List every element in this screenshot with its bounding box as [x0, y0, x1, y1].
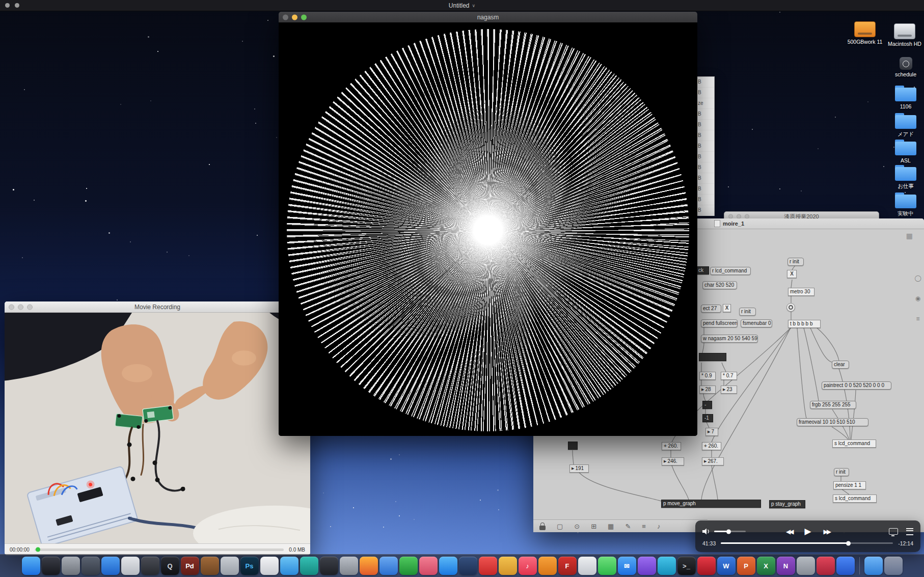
zoom-button[interactable]: [27, 304, 33, 310]
dock-launchpad[interactable]: [62, 557, 80, 575]
desktop-icon-jikkenchu[interactable]: 実験中: [886, 191, 924, 217]
max-object-box-19[interactable]: + 260.: [662, 442, 681, 450]
volume-slider[interactable]: [714, 531, 746, 532]
desktop-icon-macintosh-hd[interactable]: Macintosh HD: [885, 22, 924, 47]
rewind-button[interactable]: ◀◀: [786, 528, 792, 535]
max-toggle-24[interactable]: X: [787, 270, 797, 278]
dock-app-red[interactable]: [479, 557, 497, 575]
dock-app-cyan[interactable]: [658, 557, 676, 575]
max-message-box-29[interactable]: paintrect 0 0 520 520 0 0 0: [822, 381, 891, 390]
close-button[interactable]: [9, 304, 14, 310]
desktop-icon-asl[interactable]: ASL: [886, 139, 924, 164]
max-message-box-23[interactable]: r init: [787, 258, 804, 266]
zoom-icon[interactable]: ▢: [557, 523, 563, 530]
dock-app-light[interactable]: [121, 557, 140, 575]
max-object-box-21[interactable]: + 260.: [702, 442, 721, 450]
volume-knob[interactable]: [726, 529, 731, 534]
dock-acrobat[interactable]: [697, 557, 716, 575]
max-message-box-33[interactable]: r init: [834, 468, 849, 476]
max-message-box-1[interactable]: r lcd_command: [710, 267, 751, 275]
dock-itunes[interactable]: ♪: [519, 557, 537, 575]
dock-excel[interactable]: X: [757, 557, 775, 575]
dock-mail[interactable]: ✉: [618, 557, 636, 575]
max-message-box-6[interactable]: pend fullscreen: [701, 319, 738, 327]
dock-pure-data[interactable]: Pd: [181, 557, 199, 575]
airplay-display-icon[interactable]: [889, 528, 898, 535]
dock-app-dark2[interactable]: [320, 557, 338, 575]
dock-app-silver[interactable]: [221, 557, 239, 575]
dock-app-azure[interactable]: [836, 557, 855, 575]
close-button[interactable]: [283, 14, 288, 20]
zoom-button[interactable]: [301, 14, 307, 20]
max-message-box-8[interactable]: w nagasm 20 50 540 590: [701, 335, 758, 343]
max-object-box-34[interactable]: pensize 1 1: [833, 481, 866, 489]
playback-knob[interactable]: [846, 541, 851, 545]
max-message-box-5[interactable]: r init: [739, 308, 756, 316]
audio-icon[interactable]: ♪: [657, 523, 661, 530]
dock-chrome[interactable]: [379, 557, 398, 575]
desktop-icon-oshigoto[interactable]: お仕事: [886, 164, 924, 189]
dock-app-gold[interactable]: [499, 557, 517, 575]
dock-app-grey[interactable]: [797, 557, 815, 575]
max-object-box-10[interactable]: * 0.9: [699, 372, 716, 380]
patching-grid-icon[interactable]: ▦: [608, 523, 614, 530]
minimize-button[interactable]: [292, 14, 297, 20]
max-message-box-28[interactable]: clear: [832, 361, 849, 369]
max-message-box-3[interactable]: ect 27: [701, 305, 721, 313]
dock-trash[interactable]: [884, 557, 903, 575]
dock-firefox[interactable]: [360, 557, 378, 575]
console-icon[interactable]: ≡: [916, 315, 919, 322]
dock-word[interactable]: W: [717, 557, 736, 575]
nagasm-titlebar[interactable]: nagasm: [279, 12, 697, 23]
dock-downloads-folder[interactable]: [864, 557, 883, 575]
max-subpatcher-36[interactable]: p move_graph: [661, 500, 761, 508]
max-number-box-12[interactable]: 28: [699, 386, 716, 394]
dock-messages[interactable]: [598, 557, 616, 575]
playback-scrubber[interactable]: [721, 542, 893, 544]
recording-progress-track[interactable]: [35, 548, 284, 551]
dock-app-cube[interactable]: [201, 557, 219, 575]
max-object-box-dark-14[interactable]: -: [702, 401, 712, 409]
dock-powerpoint[interactable]: P: [737, 557, 755, 575]
dock-app-green[interactable]: [399, 557, 418, 575]
lock-icon[interactable]: [539, 523, 546, 530]
menubar-title-group[interactable]: Untitled ∨: [449, 2, 475, 9]
max-message-box-7[interactable]: fsmenubar 0: [741, 319, 772, 327]
dock-app-navy[interactable]: [459, 557, 477, 575]
dock-app-sky[interactable]: [280, 557, 298, 575]
max-object-box-25[interactable]: metro 30: [788, 288, 814, 296]
window-lights[interactable]: [9, 304, 33, 310]
dock-app-white[interactable]: [578, 557, 596, 575]
dock-app-teal[interactable]: [300, 557, 318, 575]
max-number-box-20[interactable]: 246.: [662, 457, 684, 465]
fast-forward-button[interactable]: ▶▶: [824, 528, 830, 535]
max-number-box-16[interactable]: 7: [705, 428, 718, 436]
dock-quicktime[interactable]: Q: [161, 557, 179, 575]
edit-icon[interactable]: ✎: [625, 523, 631, 530]
dock-finder[interactable]: [22, 557, 40, 575]
desktop-icon-500gbwork-11[interactable]: 500GBwork 11: [846, 20, 884, 45]
max-object-box-dark-17[interactable]: [568, 442, 578, 450]
dock-notes-dark[interactable]: [81, 557, 100, 575]
dock-photoshop[interactable]: Ps: [240, 557, 259, 575]
max-subpatcher-37[interactable]: p stay_graph: [769, 500, 805, 508]
dock-app-orange[interactable]: [538, 557, 557, 575]
format-icon[interactable]: ≡: [642, 523, 646, 530]
inspector-icon[interactable]: ◯: [914, 274, 921, 282]
max-object-box-dark-9[interactable]: [699, 353, 726, 361]
dock-flash[interactable]: F: [558, 557, 577, 575]
minimize-button[interactable]: [18, 304, 23, 310]
max-object-box-dark-0[interactable]: ck: [696, 266, 709, 274]
dock-app-charcoal[interactable]: [141, 557, 159, 575]
max-toggle-4[interactable]: X: [723, 304, 731, 312]
play-button[interactable]: ▶: [804, 526, 811, 537]
dock-app-crimson[interactable]: [817, 557, 835, 575]
max-message-box-30[interactable]: frgb 255 255 255: [810, 401, 856, 409]
desktop-icon-1106[interactable]: 1106: [886, 85, 924, 110]
max-number-box-22[interactable]: 267.: [702, 457, 724, 465]
max-message-box-2[interactable]: char 520 520: [702, 281, 737, 289]
max-bang-button-26[interactable]: [786, 303, 795, 312]
max-object-box-11[interactable]: * 0.7: [721, 372, 737, 380]
max-number-box-13[interactable]: 23: [721, 386, 737, 394]
volume-control[interactable]: [702, 528, 746, 535]
